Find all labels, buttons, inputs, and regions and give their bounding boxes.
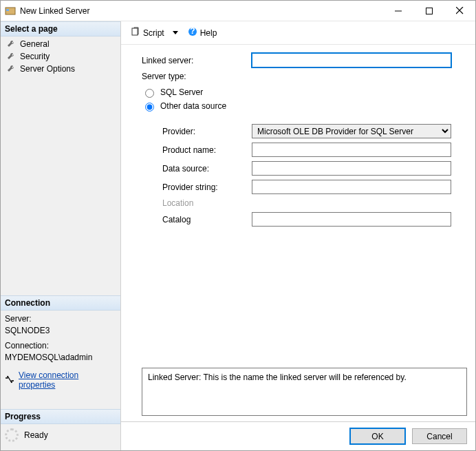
product-name-label: Product name:: [162, 145, 252, 155]
progress-status-row: Ready: [1, 424, 120, 450]
provider-select[interactable]: Microsoft OLE DB Provider for SQL Server: [252, 124, 451, 138]
svg-rect-6: [132, 28, 138, 35]
connection-header: Connection: [1, 295, 120, 311]
provider-string-input[interactable]: [252, 180, 451, 194]
toolbar: Script ? Help: [121, 21, 475, 45]
help-icon: ?: [188, 27, 197, 39]
form-area: Linked server: Server type: SQL Server O…: [121, 45, 475, 365]
product-name-input[interactable]: [252, 143, 451, 157]
minimize-button[interactable]: [382, 1, 413, 21]
select-page-header: Select a page: [1, 21, 120, 36]
wrench-icon: [6, 39, 16, 49]
dialog-window: New Linked Server Select a page General: [0, 0, 476, 451]
wrench-icon: [6, 52, 16, 61]
radio-sql-label: SQL Server: [160, 87, 203, 97]
connection-label: Connection:: [5, 340, 116, 352]
script-icon: [131, 27, 140, 39]
page-label: Security: [20, 52, 50, 61]
page-label: Server Options: [20, 64, 75, 74]
maximize-button[interactable]: [413, 1, 444, 21]
server-label: Server:: [5, 313, 116, 325]
progress-spinner-icon: [5, 428, 19, 442]
script-button[interactable]: Script: [128, 25, 181, 40]
data-source-label: Data source:: [162, 164, 252, 174]
dialog-footer: OK Cancel: [121, 421, 475, 450]
progress-status: Ready: [24, 430, 48, 440]
svg-text:?: ?: [190, 27, 195, 36]
progress-header: Progress: [1, 409, 120, 424]
page-label: General: [20, 39, 50, 49]
connection-value: MYDEMOSQL\adadmin: [5, 352, 116, 364]
data-source-input[interactable]: [252, 161, 451, 176]
window-title: New Linked Server: [20, 6, 382, 16]
location-label: Location: [162, 198, 252, 208]
page-security[interactable]: Security: [1, 50, 120, 63]
close-button[interactable]: [444, 1, 475, 21]
svg-rect-1: [6, 9, 9, 11]
catalog-label: Catalog: [162, 215, 252, 224]
radio-sql-server[interactable]: [145, 89, 154, 98]
linked-server-input[interactable]: [252, 53, 451, 67]
page-general[interactable]: General: [1, 38, 120, 50]
wrench-icon: [6, 64, 16, 74]
main-panel: Script ? Help Linked server: Serve: [121, 21, 475, 450]
linked-server-label: Linked server:: [142, 56, 252, 65]
sidebar: Select a page General Security: [1, 21, 121, 450]
view-connection-properties-link[interactable]: View connection properties: [19, 370, 116, 390]
catalog-input[interactable]: [252, 212, 451, 227]
radio-other-label: Other data source: [160, 101, 226, 111]
provider-label: Provider:: [162, 127, 252, 136]
script-label: Script: [143, 28, 164, 38]
ok-button[interactable]: OK: [350, 428, 405, 444]
svg-rect-3: [426, 8, 432, 14]
help-button[interactable]: ? Help: [185, 25, 220, 40]
chevron-down-icon: [173, 31, 178, 34]
connection-info: Server: SQLNODE3 Connection: MYDEMOSQL\a…: [1, 311, 120, 369]
connection-props-icon: [5, 375, 14, 386]
titlebar: New Linked Server: [1, 1, 475, 21]
cancel-button[interactable]: Cancel: [412, 428, 467, 444]
hint-text: Linked Server: This is the name the link…: [148, 373, 407, 382]
server-value: SQLNODE3: [5, 325, 116, 337]
radio-other-data-source[interactable]: [145, 103, 154, 112]
server-type-label: Server type:: [142, 72, 252, 81]
page-server-options[interactable]: Server Options: [1, 63, 120, 75]
provider-string-label: Provider string:: [162, 182, 252, 192]
hint-box: Linked Server: This is the name the link…: [142, 368, 467, 416]
app-icon: [5, 6, 16, 17]
help-label: Help: [200, 28, 217, 38]
